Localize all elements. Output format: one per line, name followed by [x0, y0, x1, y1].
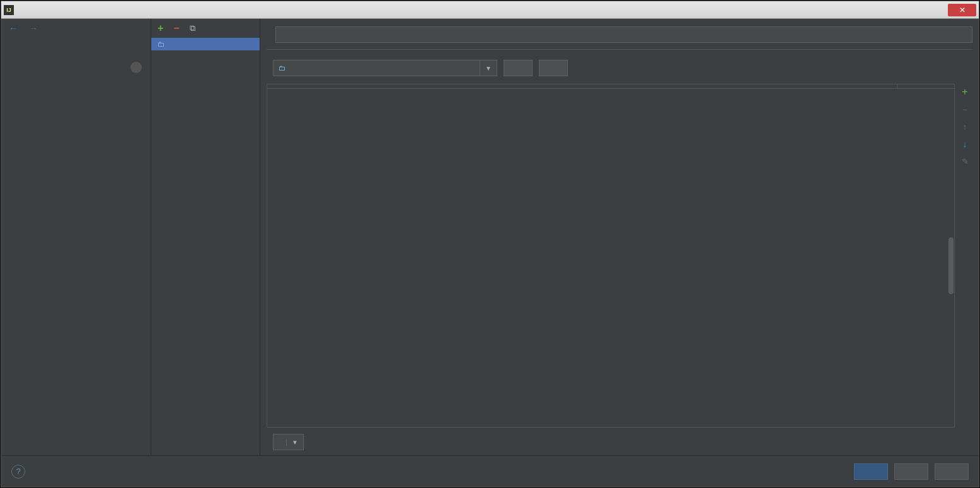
app-icon: IJ [4, 5, 14, 15]
edit-dependency-icon[interactable]: ✎ [962, 157, 969, 166]
move-down-icon[interactable]: ↓ [963, 139, 967, 149]
nav-back-icon[interactable]: ← [9, 23, 18, 33]
remove-dependency-icon[interactable]: − [962, 105, 967, 115]
copy-module-icon[interactable]: ⧉ [190, 23, 195, 33]
ok-button[interactable] [854, 463, 888, 480]
nav-problems[interactable] [1, 57, 151, 78]
scope-header [897, 84, 954, 88]
name-input[interactable] [275, 26, 972, 43]
storage-select[interactable]: ▼ [273, 434, 304, 450]
footer: ? [1, 455, 979, 487]
nav-forward-icon[interactable]: → [29, 23, 38, 33]
chevron-down-icon: ▼ [286, 439, 298, 446]
sidebar-nav: ← → [1, 19, 151, 455]
folder-icon: 🗀 [279, 64, 285, 72]
export-header [267, 84, 897, 88]
main-panel: 🗀 ▼ + [260, 19, 979, 455]
add-module-icon[interactable]: + [158, 23, 163, 34]
module-item[interactable]: 🗀 [151, 38, 260, 50]
titlebar: IJ ✕ [1, 1, 979, 19]
new-button[interactable] [504, 60, 533, 76]
add-dependency-icon[interactable]: + [962, 86, 967, 98]
dependencies-table [267, 84, 955, 428]
problems-badge [130, 62, 142, 73]
nav-section-platform [1, 45, 151, 53]
remove-module-icon[interactable]: − [173, 23, 179, 34]
edit-button[interactable] [539, 60, 568, 76]
move-up-icon[interactable]: ↑ [963, 122, 967, 132]
module-panel: + − ⧉ 🗀 [151, 19, 260, 455]
close-button[interactable]: ✕ [948, 4, 976, 16]
folder-icon: 🗀 [158, 40, 164, 48]
cancel-button[interactable] [894, 463, 928, 480]
scrollbar-thumb[interactable] [948, 237, 954, 294]
apply-button[interactable] [935, 463, 969, 480]
help-icon[interactable]: ? [11, 465, 25, 479]
sdk-select[interactable]: 🗀 ▼ [273, 60, 497, 76]
nav-section-project [1, 38, 151, 45]
chevron-down-icon: ▼ [480, 60, 492, 76]
